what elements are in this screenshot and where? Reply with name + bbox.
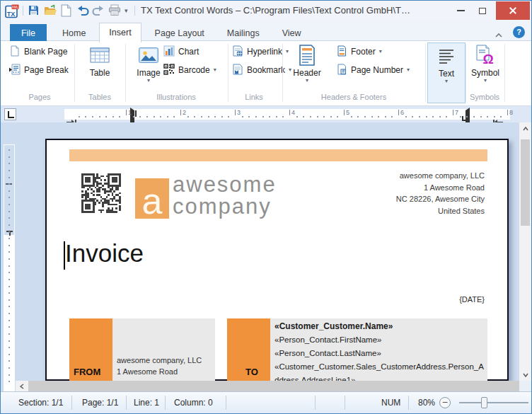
- vertical-ruler[interactable]: [3, 122, 16, 392]
- symbol-dropdown-caret-icon: ▾: [467, 78, 504, 84]
- text-line: 1 Awesome Road: [396, 182, 485, 194]
- scroll-left-arrow-icon[interactable]: [16, 381, 28, 391]
- ruler-dot: [154, 116, 155, 117]
- ruler-dot: [8, 238, 10, 239]
- svg-text:TX: TX: [7, 11, 16, 18]
- close-button[interactable]: [496, 1, 530, 20]
- ruler-inch-tick: [235, 110, 236, 115]
- titlebar: XMLTX ▾ TX Text Control Words – C:\Progr…: [1, 1, 531, 21]
- ruler-dot: [357, 116, 359, 117]
- tab-mailings[interactable]: Mailings: [218, 24, 269, 42]
- tab-view[interactable]: View: [273, 24, 311, 42]
- tab-stop-selector-button[interactable]: [4, 108, 16, 120]
- text-line: 1 Awesome Road: [117, 366, 202, 377]
- status-separator: [71, 396, 72, 410]
- merge-field[interactable]: «Person_Contact.LastName»: [274, 347, 484, 360]
- tab-file[interactable]: File: [10, 24, 47, 42]
- group-label-illustrations: Illustrations: [137, 93, 215, 101]
- ruler-dot: [8, 163, 10, 164]
- save-button[interactable]: [28, 4, 40, 16]
- tab-stop-marker[interactable]: [462, 116, 468, 121]
- indent-marker-bar[interactable]: [135, 110, 137, 117]
- status-separator: [165, 396, 166, 410]
- zoom-level: 80%: [418, 392, 435, 413]
- barcode-label: Barcode: [178, 65, 210, 75]
- document-page[interactable]: a awesome company awesome company, LLC1 …: [45, 139, 509, 381]
- barcode-button[interactable]: Barcode ▾: [163, 62, 216, 78]
- chart-button[interactable]: Chart: [163, 44, 199, 59]
- page-break-icon: [9, 64, 21, 77]
- minimize-button[interactable]: [451, 1, 470, 20]
- ruler-dot: [432, 116, 434, 117]
- horizontal-ruler[interactable]: 12345678: [64, 109, 510, 120]
- ruler-dot: [8, 306, 10, 307]
- ruler-dot: [446, 116, 447, 117]
- ruler-dot: [105, 116, 107, 117]
- scroll-down-arrow-icon[interactable]: [519, 369, 531, 381]
- horizontal-scroll-thumb[interactable]: [28, 381, 520, 391]
- status-page: Page: 1/1: [82, 392, 118, 413]
- date-merge-field[interactable]: {DATE}: [459, 295, 485, 304]
- print-button[interactable]: [108, 4, 121, 16]
- ruler-dot: [296, 116, 298, 117]
- help-button[interactable]: ?: [513, 26, 525, 38]
- group-label-symbols: Symbols: [446, 93, 524, 101]
- text-line: awesome company, LLC: [117, 355, 202, 366]
- scroll-up-arrow-icon[interactable]: [519, 122, 531, 134]
- merge-field[interactable]: «Person_Contact.FirstName»: [274, 333, 484, 347]
- new-document-button[interactable]: [61, 4, 71, 17]
- ruler-dot: [139, 116, 141, 117]
- ruler-dot: [8, 170, 10, 171]
- toolbar-options-caret-icon[interactable]: ▾: [125, 7, 128, 14]
- ruler-dot: [8, 231, 10, 233]
- ruler-dot: [228, 116, 229, 117]
- status-num-lock[interactable]: NUM: [381, 392, 400, 413]
- tab-insert[interactable]: Insert: [99, 23, 141, 42]
- ruler-dot: [391, 116, 393, 117]
- to-address-cell[interactable]: «Customer_Customer.Name» «Person_Contact…: [270, 318, 487, 382]
- status-separator: [226, 396, 226, 410]
- undo-button[interactable]: [76, 4, 89, 16]
- maximize-button[interactable]: [472, 1, 493, 20]
- ruler-dot: [385, 116, 386, 117]
- group-label-tables: Tables: [61, 93, 139, 101]
- ruler-dot: [112, 116, 114, 117]
- ribbon-collapse-chevron-icon[interactable]: [495, 28, 503, 41]
- status-separator: [126, 396, 127, 410]
- zoom-out-button[interactable]: –: [439, 397, 451, 408]
- page-break-button[interactable]: Page Break: [9, 62, 69, 78]
- tab-home[interactable]: Home: [53, 24, 95, 42]
- horizontal-scrollbar[interactable]: [16, 381, 521, 391]
- ruler-dot: [214, 116, 216, 117]
- ruler-dot: [8, 347, 10, 348]
- window-title: TX Text Control Words – C:\Program Files…: [141, 1, 410, 21]
- ruler-dot: [487, 116, 488, 117]
- open-button[interactable]: [44, 4, 57, 16]
- ruler-dot: [221, 116, 223, 117]
- ruler-dot: [187, 116, 189, 117]
- ruler-dot: [269, 116, 270, 117]
- bookmark-icon: [232, 64, 243, 77]
- ribbon-insert-panel: Blank Page Page Break Pages Table Tables…: [1, 41, 531, 106]
- hyperlink-button[interactable]: Hyperlink ▾: [232, 44, 289, 59]
- from-address-cell[interactable]: awesome company, LLC1 Awesome Road: [112, 318, 215, 382]
- tab-page-layout[interactable]: Page Layout: [146, 24, 214, 42]
- zoom-slider-track[interactable]: [459, 402, 528, 403]
- merge-field[interactable]: «Customer_Customer.Name»: [274, 320, 484, 333]
- chart-icon: [163, 45, 175, 59]
- ruler-dot: [8, 292, 10, 294]
- zoom-slider-thumb[interactable]: [481, 397, 487, 408]
- footer-button[interactable]: Footer ▾: [336, 44, 382, 59]
- vertical-scrollbar[interactable]: [519, 122, 531, 381]
- barcode-dropdown-caret-icon: ▾: [214, 67, 216, 73]
- ruler-dot: [262, 116, 264, 117]
- page-number-button[interactable]: # Page Number ▾: [336, 62, 410, 78]
- image-icon: [129, 45, 168, 67]
- vertical-scroll-thumb[interactable]: [521, 139, 530, 226]
- footer-icon: [336, 45, 347, 59]
- ruler-dot: [201, 116, 202, 117]
- blank-page-button[interactable]: Blank Page: [9, 44, 67, 59]
- ruler-dot: [92, 116, 93, 117]
- qr-code-image[interactable]: [81, 173, 121, 213]
- redo-button[interactable]: [92, 4, 105, 16]
